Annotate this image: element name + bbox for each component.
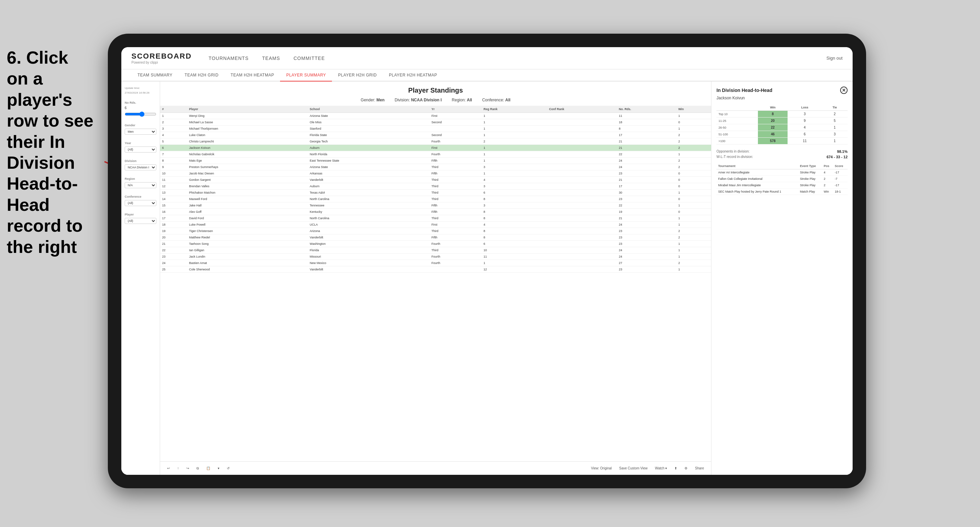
cell-num: 18 <box>160 222 187 228</box>
table-row[interactable]: 10 Jacob Mac Diesen Arkansas Fifth 1 23 … <box>160 170 711 177</box>
cell-yr: Third <box>430 196 482 202</box>
region-select[interactable]: N/A <box>125 182 156 188</box>
settings-button[interactable]: ⚙ <box>682 465 689 471</box>
t-pos: 4 <box>822 169 833 176</box>
cell-win: 0 <box>676 196 711 202</box>
nav-tournaments[interactable]: TOURNAMENTS <box>208 54 249 62</box>
tournament-header-row: Tournament Event Type Pos Score <box>716 163 848 169</box>
table-row[interactable]: 9 Preston Summerhays Arizona State Third… <box>160 164 711 170</box>
table-row[interactable]: 11 Gordon Sargent Vanderbilt Third 4 21 … <box>160 177 711 183</box>
cell-conf-rank <box>547 209 617 215</box>
sub-nav-player-h2h-heatmap[interactable]: PLAYER H2H HEATMAP <box>383 69 443 81</box>
t-col-pos: Pos <box>822 163 833 169</box>
cell-yr: Fourth <box>430 138 482 145</box>
table-row[interactable]: 21 Taehoon Song Washington Fourth 6 23 1 <box>160 241 711 247</box>
save-custom-button[interactable]: Save Custom View <box>617 465 649 471</box>
table-row[interactable]: 17 David Ford North Carolina Third 8 21 … <box>160 215 711 222</box>
sub-nav-team-h2h-heatmap[interactable]: TEAM H2H HEATMAP <box>224 69 280 81</box>
conference-select[interactable]: (All) <box>125 200 156 206</box>
sign-out-button[interactable]: Sign out <box>826 56 843 60</box>
cell-reg-rank: 1 <box>482 132 547 138</box>
table-row[interactable]: 13 Phichaksn Maichon Texas A&M Third 6 3… <box>160 190 711 196</box>
table-row[interactable]: 15 Jake Hall Tennessee Fifth 3 22 1 <box>160 202 711 209</box>
tablet-screen: SCOREBOARD Powered by clippi TOURNAMENTS… <box>121 47 853 475</box>
cell-school: Stanford <box>308 125 430 132</box>
table-row[interactable]: 6 Jackson Koivun Auburn First 1 21 2 <box>160 145 711 151</box>
t-type: Match Play <box>799 189 822 195</box>
share-button[interactable]: Share <box>693 465 706 471</box>
table-row[interactable]: 24 Bastien Amat New Mexico Fourth 1 27 2 <box>160 260 711 267</box>
paste-button[interactable]: 📋 <box>204 465 212 471</box>
player-select[interactable]: (All) <box>125 218 156 224</box>
cell-player: Preston Summerhays <box>187 164 308 170</box>
division-select[interactable]: NCAA Division I <box>125 164 156 170</box>
table-row[interactable]: 5 Christo Lamprecht Georgia Tech Fourth … <box>160 138 711 145</box>
cell-yr: Third <box>430 190 482 196</box>
cell-conf-rank <box>547 145 617 151</box>
table-row[interactable]: 12 Brendan Valles Auburn Third 3 17 0 <box>160 183 711 190</box>
table-row[interactable]: 1 Wenyi Ding Arizona State First 1 11 1 <box>160 113 711 119</box>
cell-player: Tiger Christensen <box>187 228 308 234</box>
undo-button[interactable]: ↩ <box>165 465 172 471</box>
cell-win: 1 <box>676 222 711 228</box>
cell-school: East Tennessee State <box>308 157 430 164</box>
cell-player: Alex Goff <box>187 209 308 215</box>
gender-select[interactable]: Men Women <box>125 129 156 135</box>
sub-nav-player-h2h-grid[interactable]: PLAYER H2H GRID <box>332 69 383 81</box>
h2h-win: 578 <box>758 138 788 144</box>
table-row[interactable]: 3 Michael Thorbjornsen Stanford 1 8 1 <box>160 125 711 132</box>
sub-nav-team-h2h-grid[interactable]: TEAM H2H GRID <box>178 69 225 81</box>
export-button[interactable]: ⬆ <box>672 465 679 471</box>
table-row[interactable]: 18 Luke Powell UCLA First 4 24 1 <box>160 222 711 228</box>
copy-button[interactable]: ⧉ <box>194 465 201 471</box>
cell-player: Jake Hall <box>187 202 308 209</box>
cell-conf-rank <box>547 254 617 260</box>
nav-teams[interactable]: TEAMS <box>262 54 280 62</box>
cell-school: Georgia Tech <box>308 138 430 145</box>
cell-conf-rank <box>547 170 617 177</box>
conference-label: Conference <box>125 195 156 198</box>
redo-button[interactable]: ↪ <box>185 465 191 471</box>
year-select[interactable]: (All) <box>125 146 156 152</box>
table-row[interactable]: 22 Ian Gilligan Florida Third 10 24 1 <box>160 247 711 254</box>
cell-no-rds: 8 <box>617 125 676 132</box>
tournament-row: SEC Match Play hosted by Jerry Pate Roun… <box>716 189 848 195</box>
cell-num: 24 <box>160 260 187 267</box>
nav-committee[interactable]: COMMITTEE <box>294 54 325 62</box>
more-button[interactable]: ▾ <box>216 465 221 471</box>
cell-reg-rank: 8 <box>482 228 547 234</box>
table-row[interactable]: 19 Tiger Christensen Arizona Third 8 23 … <box>160 228 711 234</box>
cell-yr: Fourth <box>430 260 482 267</box>
table-row[interactable]: 8 Mats Ege East Tennessee State Fifth 1 … <box>160 157 711 164</box>
view-original-button[interactable]: View: Original <box>589 465 614 471</box>
cell-school: Vanderbilt <box>308 267 430 273</box>
table-row[interactable]: 14 Maxwell Ford North Carolina Third 8 2… <box>160 196 711 202</box>
table-row[interactable]: 7 Nicholas Gabrelcik North Florida Fourt… <box>160 151 711 157</box>
redo-up-button[interactable]: ↑ <box>175 465 181 471</box>
t-pos: 2 <box>822 182 833 189</box>
sub-nav-player-summary[interactable]: PLAYER SUMMARY <box>280 69 332 81</box>
cell-no-rds: 24 <box>617 157 676 164</box>
no-rds-slider[interactable] <box>125 111 156 117</box>
table-row[interactable]: 20 Matthew Riedel Vanderbilt Fifth 8 23 … <box>160 234 711 241</box>
cell-school: Arizona <box>308 228 430 234</box>
wlt-value: 674 - 33 - 12 <box>827 155 848 159</box>
h2h-tie: 1 <box>822 138 848 144</box>
table-row[interactable]: 16 Alex Goff Kentucky Fifth 8 19 0 <box>160 209 711 215</box>
t-name: Fallon Oak Collegiate Invitational <box>716 176 799 182</box>
h2h-loss: 6 <box>788 131 822 138</box>
watch-button[interactable]: Watch ▾ <box>653 465 669 471</box>
close-button[interactable]: ✕ <box>840 87 848 94</box>
sub-nav-team-summary[interactable]: TEAM SUMMARY <box>131 69 178 81</box>
cell-yr: Fourth <box>430 254 482 260</box>
standings-filters: Gender: Men Division: NCAA Division I Re… <box>167 98 704 102</box>
table-row[interactable]: 25 Cole Sherwood Vanderbilt 12 23 1 <box>160 267 711 273</box>
table-row[interactable]: 23 Jack Lundin Missouri Fourth 11 24 1 <box>160 254 711 260</box>
cell-school: Missouri <box>308 254 430 260</box>
cell-win: 2 <box>676 164 711 170</box>
no-rds-value: 6 <box>125 106 156 110</box>
table-row[interactable]: 4 Luke Claton Florida State Second 1 17 … <box>160 132 711 138</box>
refresh-button[interactable]: ↺ <box>225 465 232 471</box>
col-yr: Yr <box>430 106 482 113</box>
table-row[interactable]: 2 Michael La Sasse Ole Miss Second 1 18 … <box>160 119 711 125</box>
